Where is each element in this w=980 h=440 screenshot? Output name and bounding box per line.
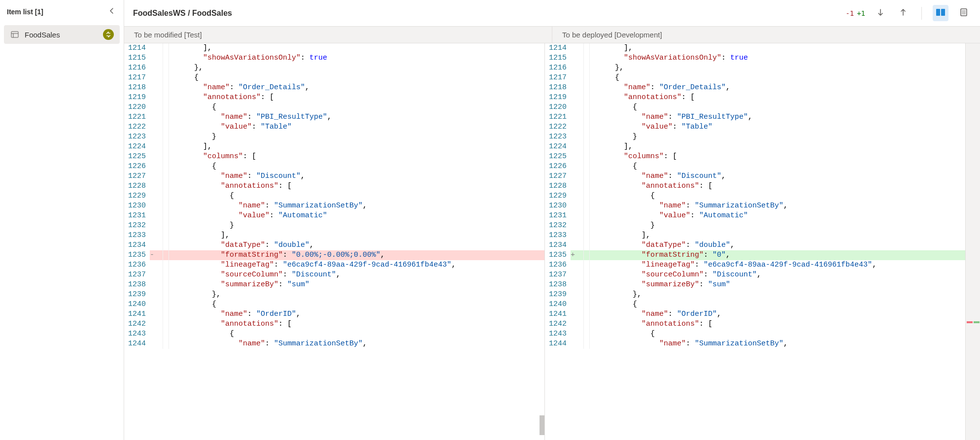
- code-line[interactable]: 1227 "name": "Discount",: [124, 171, 544, 181]
- diff-marker: [150, 142, 157, 152]
- code-content: "name": "OrderID",: [176, 309, 544, 319]
- code-line[interactable]: 1236 "lineageTag": "e6ca9cf4-89aa-429f-9…: [124, 260, 544, 270]
- code-line[interactable]: 1232 }: [124, 221, 544, 231]
- right-code-pane[interactable]: 1214 ],1215 "showAsVariationsOnly": true…: [545, 43, 965, 440]
- code-line[interactable]: 1214 ],: [124, 43, 544, 53]
- prev-diff-button[interactable]: [896, 5, 911, 21]
- code-line[interactable]: 1233 ],: [124, 231, 544, 240]
- indent-guide: [577, 201, 597, 211]
- code-line[interactable]: 1215 "showAsVariationsOnly": true: [545, 53, 965, 63]
- code-line[interactable]: 1231 "value": "Automatic": [124, 211, 544, 221]
- line-number: 1239: [124, 290, 150, 300]
- code-line[interactable]: 1233 ],: [545, 231, 965, 240]
- code-content: "annotations": [: [597, 93, 965, 102]
- indent-guide: [577, 102, 597, 112]
- code-line[interactable]: 1236 "lineageTag": "e6ca9cf4-89aa-429f-9…: [545, 260, 965, 270]
- code-line[interactable]: 1237 "sourceColumn": "Discount",: [124, 270, 544, 280]
- code-line[interactable]: 1219 "annotations": [: [124, 93, 544, 102]
- code-content: ],: [597, 231, 965, 240]
- indent-guide: [577, 122, 597, 132]
- code-line[interactable]: 1230 "name": "SummarizationSetBy",: [124, 201, 544, 211]
- inline-view-button[interactable]: [956, 5, 971, 21]
- code-line[interactable]: 1242 "annotations": [: [124, 319, 544, 329]
- code-line[interactable]: 1234 "dataType": "double",: [124, 240, 544, 250]
- left-code-pane[interactable]: 1214 ],1215 "showAsVariationsOnly": true…: [124, 43, 545, 440]
- code-line[interactable]: 1219 "annotations": [: [545, 93, 965, 102]
- code-line[interactable]: 1227 "name": "Discount",: [545, 171, 965, 181]
- code-line[interactable]: 1216 },: [545, 63, 965, 73]
- code-line[interactable]: 1217 {: [124, 73, 544, 83]
- code-line[interactable]: 1218 "name": "Order_Details",: [545, 83, 965, 93]
- code-line[interactable]: 1220 {: [124, 102, 544, 112]
- code-line[interactable]: 1215 "showAsVariationsOnly": true: [124, 53, 544, 63]
- code-line[interactable]: 1235+ "formatString": "0",: [545, 250, 965, 260]
- code-line[interactable]: 1239 },: [545, 290, 965, 300]
- code-content: {: [597, 73, 965, 83]
- diff-marker: [150, 201, 157, 211]
- code-line[interactable]: 1241 "name": "OrderID",: [545, 309, 965, 319]
- line-number: 1222: [545, 122, 571, 132]
- code-line[interactable]: 1234 "dataType": "double",: [545, 240, 965, 250]
- next-diff-button[interactable]: [873, 5, 888, 21]
- code-line[interactable]: 1226 {: [124, 162, 544, 171]
- code-line[interactable]: 1226 {: [545, 162, 965, 171]
- code-line[interactable]: 1243 {: [545, 329, 965, 339]
- code-line[interactable]: 1237 "sourceColumn": "Discount",: [545, 270, 965, 280]
- code-line[interactable]: 1232 }: [545, 221, 965, 231]
- line-number: 1243: [124, 329, 150, 339]
- code-line[interactable]: 1220 {: [545, 102, 965, 112]
- line-number: 1230: [124, 201, 150, 211]
- line-number: 1237: [124, 270, 150, 280]
- code-line[interactable]: 1244 "name": "SummarizationSetBy",: [545, 339, 965, 349]
- sidebar: Item list [1] FoodSales: [0, 0, 124, 440]
- code-content: },: [176, 63, 544, 73]
- code-line[interactable]: 1218 "name": "Order_Details",: [124, 83, 544, 93]
- code-line[interactable]: 1241 "name": "OrderID",: [124, 309, 544, 319]
- code-line[interactable]: 1223 }: [124, 132, 544, 142]
- indent-guide: [157, 300, 176, 309]
- diff-marker: [150, 152, 157, 162]
- diff-marker: [571, 201, 577, 211]
- side-by-side-view-button[interactable]: [933, 5, 948, 21]
- code-line[interactable]: 1244 "name": "SummarizationSetBy",: [124, 339, 544, 349]
- code-line[interactable]: 1239 },: [124, 290, 544, 300]
- code-line[interactable]: 1223 }: [545, 132, 965, 142]
- code-line[interactable]: 1238 "summarizeBy": "sum": [545, 280, 965, 290]
- code-line[interactable]: 1238 "summarizeBy": "sum": [124, 280, 544, 290]
- code-line[interactable]: 1222 "value": "Table": [124, 122, 544, 132]
- code-line[interactable]: 1225 "columns": [: [545, 152, 965, 162]
- code-content: "annotations": [: [597, 319, 965, 329]
- code-line[interactable]: 1242 "annotations": [: [545, 319, 965, 329]
- code-line[interactable]: 1221 "name": "PBI_ResultType",: [124, 112, 544, 122]
- code-line[interactable]: 1240 {: [545, 300, 965, 309]
- collapse-sidebar-button[interactable]: [106, 5, 118, 18]
- indent-guide: [157, 280, 176, 290]
- indent-guide: [157, 152, 176, 162]
- code-line[interactable]: 1214 ],: [545, 43, 965, 53]
- code-line[interactable]: 1225 "columns": [: [124, 152, 544, 162]
- line-number: 1235: [124, 250, 150, 260]
- code-line[interactable]: 1230 "name": "SummarizationSetBy",: [545, 201, 965, 211]
- code-line[interactable]: 1229 {: [545, 191, 965, 201]
- code-line[interactable]: 1216 },: [124, 63, 544, 73]
- code-content: }: [176, 221, 544, 231]
- code-line[interactable]: 1228 "annotations": [: [545, 181, 965, 191]
- code-line[interactable]: 1222 "value": "Table": [545, 122, 965, 132]
- diff-marker: [150, 73, 157, 83]
- code-line[interactable]: 1231 "value": "Automatic": [545, 211, 965, 221]
- code-line[interactable]: 1235- "formatString": "0.00%;-0.00%;0.00…: [124, 250, 544, 260]
- sidebar-item-foodsales[interactable]: FoodSales: [4, 25, 120, 44]
- code-line[interactable]: 1217 {: [545, 73, 965, 83]
- code-line[interactable]: 1229 {: [124, 191, 544, 201]
- diff-marker: [571, 43, 577, 53]
- indent-guide: [577, 319, 597, 329]
- line-number: 1228: [545, 181, 571, 191]
- code-line[interactable]: 1243 {: [124, 329, 544, 339]
- code-line[interactable]: 1221 "name": "PBI_ResultType",: [545, 112, 965, 122]
- overview-ruler[interactable]: [965, 43, 980, 440]
- code-line[interactable]: 1224 ],: [545, 142, 965, 152]
- code-line[interactable]: 1240 {: [124, 300, 544, 309]
- scrollbar-thumb[interactable]: [540, 415, 544, 435]
- code-line[interactable]: 1224 ],: [124, 142, 544, 152]
- code-line[interactable]: 1228 "annotations": [: [124, 181, 544, 191]
